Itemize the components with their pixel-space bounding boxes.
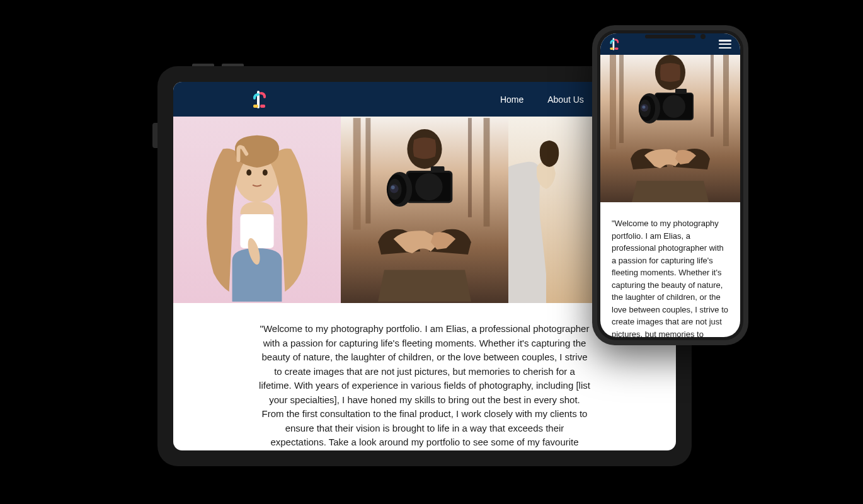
svg-rect-36 <box>675 89 687 94</box>
svg-rect-5 <box>240 214 273 248</box>
svg-rect-7 <box>353 118 361 229</box>
svg-point-14 <box>415 173 442 200</box>
tablet-physical-buttons <box>192 64 244 66</box>
svg-point-30 <box>663 95 685 118</box>
gallery-photo-woman[interactable] <box>173 117 341 303</box>
phone-screen: "Welcome to my photography portfolio. I … <box>600 33 740 337</box>
svg-point-3 <box>246 169 251 176</box>
svg-rect-0 <box>253 105 258 108</box>
phone-device: "Welcome to my photography portfolio. I … <box>592 25 748 345</box>
svg-rect-10 <box>468 118 472 217</box>
svg-point-4 <box>263 169 268 176</box>
svg-rect-20 <box>431 166 445 173</box>
phone-camera <box>700 34 706 39</box>
svg-point-19 <box>391 186 395 190</box>
phone-gallery-photo-camera[interactable] <box>600 55 740 202</box>
svg-rect-25 <box>723 55 729 146</box>
hamburger-menu-icon[interactable] <box>719 40 731 49</box>
svg-rect-23 <box>610 55 616 149</box>
svg-rect-24 <box>619 55 624 143</box>
svg-rect-26 <box>711 55 714 137</box>
nav-about-us[interactable]: About Us <box>547 94 584 105</box>
phone-site-logo[interactable] <box>609 38 620 50</box>
phone-intro-paragraph: "Welcome to my photography portfolio. I … <box>600 202 740 337</box>
svg-rect-22 <box>615 48 619 50</box>
gallery-photo-camera[interactable] <box>341 117 508 303</box>
svg-rect-1 <box>260 105 265 108</box>
svg-rect-9 <box>484 118 490 226</box>
nav-home[interactable]: Home <box>500 94 523 105</box>
svg-point-35 <box>643 106 646 109</box>
site-logo[interactable] <box>252 91 268 108</box>
svg-rect-8 <box>365 118 370 223</box>
svg-rect-21 <box>610 48 614 50</box>
phone-notch <box>645 35 695 38</box>
